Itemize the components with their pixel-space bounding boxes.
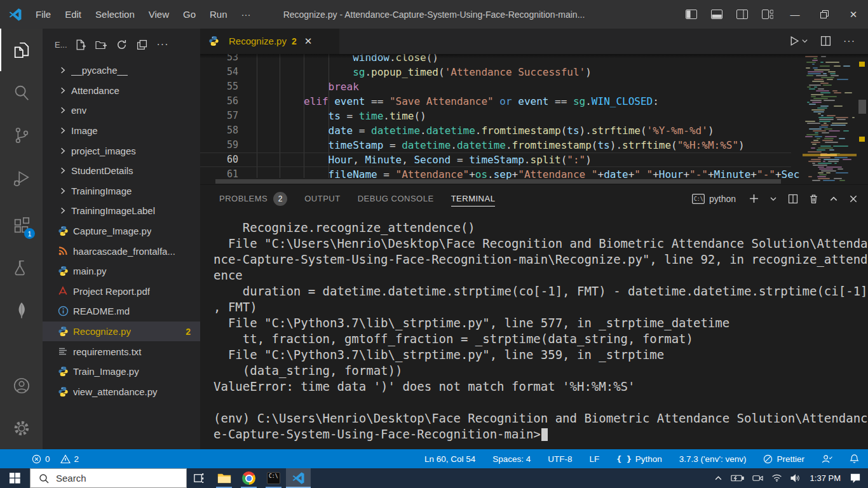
sidebar-item-main-py[interactable]: main.py <box>43 261 200 281</box>
sidebar-item-capture-image-py[interactable]: Capture_Image.py <box>43 221 200 241</box>
accounts-icon[interactable] <box>0 364 43 407</box>
code-line-54[interactable]: 54 sg.popup_timed('Attendance Successful… <box>200 65 791 79</box>
sidebar-item-project-report-pdf[interactable]: Project Report.pdf <box>43 281 200 302</box>
formatter-status[interactable]: Prettier <box>763 454 804 464</box>
close-panel-icon[interactable] <box>849 194 858 203</box>
sidebar-item-train-image-py[interactable]: Train_Image.py <box>43 362 200 382</box>
terminal-output[interactable]: Recognize.recognize_attendence() File "C… <box>200 213 868 449</box>
terminal-dropdown-icon[interactable] <box>770 195 777 203</box>
more-actions-icon[interactable]: ··· <box>157 39 169 50</box>
sidebar-item-attendance[interactable]: Attendance <box>43 81 200 101</box>
explorer-icon[interactable] <box>0 29 43 71</box>
language-mode-status[interactable]: { } Python <box>616 454 662 464</box>
settings-gear-icon[interactable] <box>0 407 43 449</box>
close-window-button[interactable]: ✕ <box>839 0 868 29</box>
menu-item-edit[interactable]: Edit <box>58 9 88 20</box>
run-debug-icon[interactable] <box>0 156 43 199</box>
split-terminal-icon[interactable] <box>788 194 798 204</box>
run-python-file-button[interactable] <box>789 36 808 46</box>
mongodb-leaf-icon[interactable] <box>0 289 43 332</box>
menu-item-go[interactable]: Go <box>176 9 203 20</box>
menu-item-run[interactable]: Run <box>203 9 234 20</box>
minimap[interactable] <box>803 54 857 184</box>
clock[interactable]: 1:37 PM <box>810 473 841 483</box>
tray-expand-icon[interactable] <box>714 474 722 482</box>
eol-status[interactable]: LF <box>589 454 599 464</box>
file-explorer-taskbar-icon[interactable] <box>212 468 236 488</box>
sidebar-item-recognize-py[interactable]: Recognize.py2 <box>43 322 200 342</box>
split-editor-icon[interactable] <box>820 36 831 46</box>
sidebar-item-trainingimage[interactable]: TrainingImage <box>43 181 200 201</box>
terminal-line: File "C:\Python3.7\lib\_strptime.py", li… <box>214 315 864 331</box>
testing-icon[interactable] <box>0 247 43 289</box>
vscode-taskbar-icon[interactable] <box>286 468 311 488</box>
minimize-button[interactable]: — <box>780 0 810 29</box>
maximize-panel-icon[interactable] <box>829 194 838 203</box>
volume-icon[interactable] <box>790 474 801 482</box>
panel-tab-problems[interactable]: PROBLEMS2 <box>219 185 287 213</box>
sidebar-item-trainingimagelabel[interactable]: TrainingImageLabel <box>43 201 200 221</box>
new-terminal-icon[interactable] <box>749 194 759 203</box>
panel-tab-output[interactable]: OUTPUT <box>304 185 340 213</box>
editor-vertical-scrollbar[interactable] <box>857 54 868 184</box>
code-editor[interactable]: 53 window.close()54 sg.popup_timed('Atte… <box>200 54 868 184</box>
chrome-taskbar-icon[interactable] <box>236 468 261 488</box>
new-file-icon[interactable] <box>75 39 86 50</box>
sidebar-item-env[interactable]: env <box>43 100 200 121</box>
search-icon[interactable] <box>0 71 43 114</box>
code-line-56[interactable]: 56 elif event == "Save Attendance" or ev… <box>200 94 791 109</box>
menu-item-selection[interactable]: Selection <box>88 9 142 20</box>
meet-now-camera-icon[interactable] <box>752 474 763 482</box>
taskbar-search-input[interactable]: Search <box>30 468 187 488</box>
sidebar-item-project-images[interactable]: project_images <box>43 140 200 161</box>
feedback-icon[interactable] <box>822 454 832 464</box>
panel-tab-terminal[interactable]: TERMINAL <box>451 185 496 213</box>
start-button[interactable] <box>0 468 30 488</box>
tab-recognize-py[interactable]: Recognize.py 2 ✕ <box>200 29 339 54</box>
sidebar-item-requirements-txt[interactable]: requirements.txt <box>43 341 200 362</box>
code-line-53[interactable]: 53 window.close() <box>200 54 791 65</box>
extensions-icon[interactable]: 1 <box>0 204 43 247</box>
python-interpreter-status[interactable]: 3.7.3 ('env': venv) <box>679 454 747 464</box>
collapse-folders-icon[interactable] <box>137 39 147 50</box>
sidebar-item-haarcascade-frontalfa-[interactable]: haarcascade_frontalfa... <box>43 241 200 261</box>
wifi-icon[interactable] <box>771 474 782 482</box>
action-center-icon[interactable] <box>850 473 860 483</box>
sidebar-item-readme-md[interactable]: README.md <box>43 301 200 322</box>
terminal-instance[interactable]: C:\ python <box>692 194 736 204</box>
sidebar-item-studentdetails[interactable]: StudentDetails <box>43 161 200 181</box>
customize-layout-icon[interactable] <box>755 0 780 29</box>
task-view-button[interactable] <box>187 468 212 488</box>
code-line-60[interactable]: 60 Hour, Minute, Second = timeStamp.spli… <box>200 152 791 167</box>
menu-item-view[interactable]: View <box>142 9 176 20</box>
toggle-panel-icon[interactable] <box>704 0 729 29</box>
sidebar-item-view-attendance-py[interactable]: view_attendance.py <box>43 382 200 402</box>
sidebar-item--pycache-[interactable]: __pycache__ <box>43 60 200 81</box>
menu-item-file[interactable]: File <box>29 9 58 20</box>
sidebar-item-image[interactable]: Image <box>43 121 200 141</box>
restore-button[interactable] <box>810 0 839 29</box>
encoding-status[interactable]: UTF-8 <box>548 454 572 464</box>
cursor-position-status[interactable]: Ln 60, Col 54 <box>424 454 475 464</box>
scrollbar-thumb[interactable] <box>858 100 866 114</box>
kill-terminal-icon[interactable] <box>809 194 818 204</box>
toggle-secondary-sidebar-icon[interactable] <box>729 0 755 29</box>
tab-close-icon[interactable]: ✕ <box>304 36 313 47</box>
menu-item-[interactable]: ··· <box>234 9 258 20</box>
notifications-bell-icon[interactable] <box>850 454 859 464</box>
editor-horizontal-scrollbar[interactable] <box>200 178 791 184</box>
editor-more-actions-icon[interactable]: ··· <box>843 36 855 47</box>
battery-icon[interactable] <box>731 474 744 482</box>
code-line-58[interactable]: 58 date = datetime.datetime.fromtimestam… <box>200 123 791 138</box>
code-line-55[interactable]: 55 break <box>200 79 791 94</box>
code-line-57[interactable]: 57 ts = time.time() <box>200 109 791 123</box>
indentation-status[interactable]: Spaces: 4 <box>492 454 531 464</box>
source-control-icon[interactable] <box>0 114 43 156</box>
cmd-taskbar-icon[interactable]: C:\ <box>261 468 286 488</box>
code-line-59[interactable]: 59 timeStamp = datetime.datetime.fromtim… <box>200 138 791 152</box>
problems-status[interactable]: 0 2 <box>32 454 79 464</box>
new-folder-icon[interactable] <box>95 39 107 50</box>
refresh-icon[interactable] <box>116 39 127 50</box>
toggle-sidebar-icon[interactable] <box>679 0 704 29</box>
panel-tab-debug-console[interactable]: DEBUG CONSOLE <box>358 185 434 213</box>
